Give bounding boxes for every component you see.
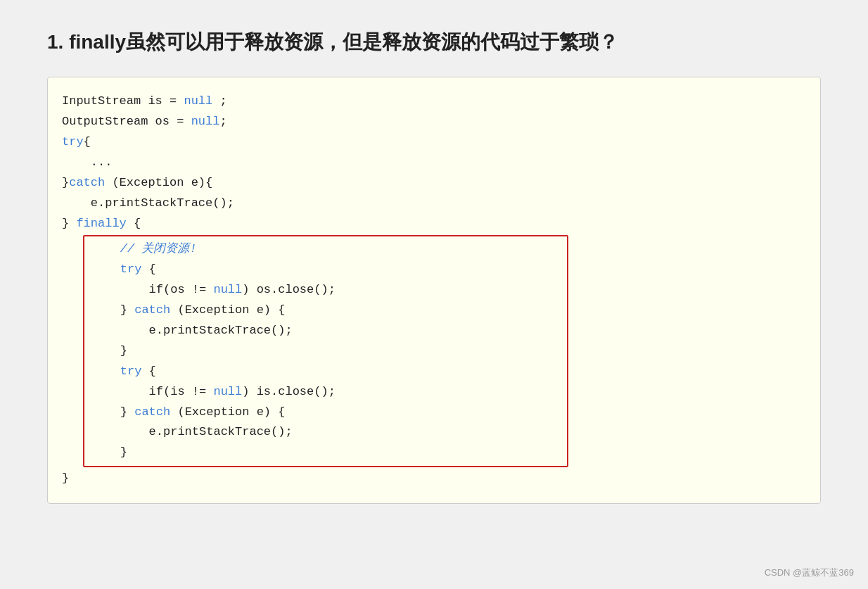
code-line-print2: e.printStackTrace(); — [91, 422, 560, 443]
watermark: CSDN @蓝鲸不蓝369 — [765, 566, 854, 579]
code-line-close1: } — [91, 341, 560, 362]
page-container: 1. finally虽然可以用于释放资源，但是释放资源的代码过于繁琐？ Inpu… — [47, 28, 821, 504]
code-line-6: e.printStackTrace(); — [62, 194, 803, 214]
highlighted-code-box: // 关闭资源! try { if(os != null) os.close()… — [83, 235, 568, 467]
code-line-1: InputStream is = null ; — [62, 91, 803, 112]
code-line-2: OutputStream os = null; — [62, 112, 803, 132]
code-line-4: ... — [62, 153, 803, 173]
code-line-try1: try { — [91, 260, 560, 280]
code-line-close-outer: } — [62, 469, 803, 489]
page-heading: 1. finally虽然可以用于释放资源，但是释放资源的代码过于繁琐？ — [47, 28, 821, 56]
code-line-try2: try { — [91, 362, 560, 382]
code-line-3: try{ — [62, 132, 803, 153]
code-line-if-os: if(os != null) os.close(); — [91, 280, 560, 300]
code-line-close2: } — [91, 443, 560, 463]
code-line-catch1: } catch (Exception e) { — [91, 300, 560, 321]
code-line-catch2: } catch (Exception e) { — [91, 403, 560, 423]
code-line-7: } finally { — [62, 214, 803, 234]
code-line-5: }catch (Exception e){ — [62, 173, 803, 194]
code-line-print1: e.printStackTrace(); — [91, 321, 560, 341]
code-block: InputStream is = null ; OutputStream os … — [47, 77, 821, 504]
code-line-if-is: if(is != null) is.close(); — [91, 382, 560, 403]
code-line-comment: // 关闭资源! — [91, 239, 560, 260]
